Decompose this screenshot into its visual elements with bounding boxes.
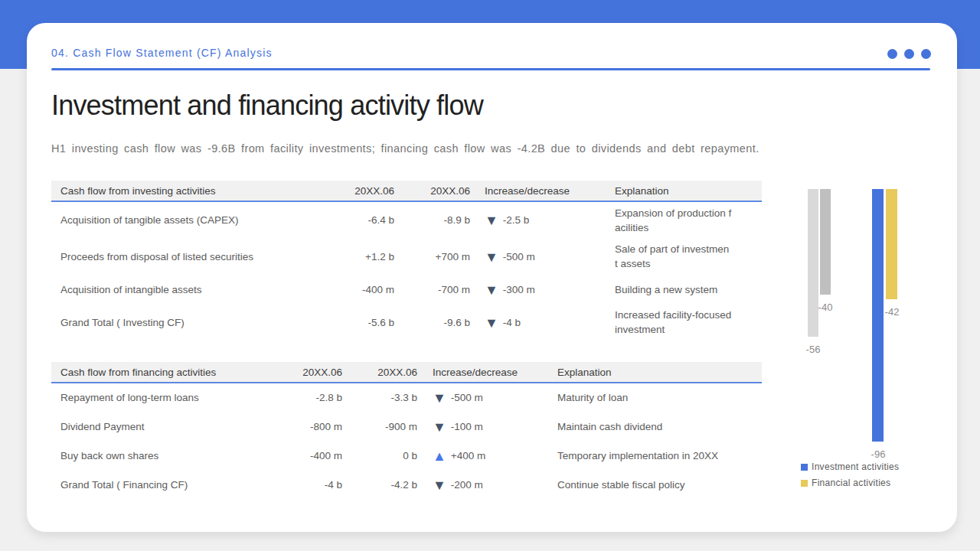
value-cell: -900 m	[342, 412, 417, 441]
explanation-cell: Continue stable fiscal policy	[557, 470, 762, 499]
value-cell: -400 m	[339, 275, 394, 304]
increase-decrease-cell: ▼-2.5 b	[470, 201, 615, 238]
column-header: 20XX.06	[339, 181, 394, 201]
legend-label: Investment activities	[812, 461, 899, 472]
column-header: Explanation	[615, 181, 762, 201]
triangle-down-icon: ▼	[485, 318, 498, 328]
bar-value-label: -40	[818, 302, 833, 313]
row-label: Grand Total ( Financing CF)	[51, 470, 283, 499]
value-cell: -800 m	[283, 412, 342, 441]
value-cell: 0 b	[342, 441, 417, 470]
delta-value: +400 m	[451, 450, 485, 461]
column-header: 20XX.06	[283, 362, 342, 383]
value-cell: -4 b	[283, 470, 342, 499]
value-cell: -400 m	[283, 441, 342, 470]
chart-legend: Investment activities Financial activiti…	[801, 461, 899, 488]
triangle-down-icon: ▼	[433, 422, 446, 432]
page-title: Investment and financing activity flow	[51, 90, 483, 122]
explanation-cell: Maintain cash dividend	[557, 412, 762, 441]
column-header: Increase/decrease	[417, 362, 557, 383]
increase-decrease-cell: ▼-300 m	[470, 275, 615, 304]
column-header: 20XX.06	[342, 362, 417, 383]
explanation-cell: Temporary implementation in 20XX	[557, 441, 762, 470]
value-cell: -3.3 b	[342, 383, 417, 412]
section-label: 04. Cash Flow Statement (CF) Analysis	[51, 47, 273, 59]
triangle-down-icon: ▼	[433, 393, 446, 403]
bar-investing-previous	[808, 189, 818, 337]
row-label: Acquisition of intangible assets	[51, 275, 339, 304]
table-row: Grand Total ( Financing CF) -4 b -4.2 b …	[51, 470, 762, 499]
explanation-cell: Expansion of production facilities	[615, 201, 762, 238]
column-header: Explanation	[557, 362, 762, 383]
explanation-cell: Maturity of loan	[557, 383, 762, 412]
financing-cash-flow-table: Cash flow from financing activities 20XX…	[51, 362, 762, 499]
table-row: Repayment of long-term loans -2.8 b -3.3…	[51, 383, 762, 412]
increase-decrease-cell: ▼-100 m	[417, 412, 557, 441]
value-cell: -700 m	[394, 275, 470, 304]
delta-value: -100 m	[451, 421, 483, 432]
delta-value: -200 m	[451, 479, 483, 491]
header-divider	[51, 68, 930, 70]
explanation-cell: Sale of part of investment assets	[615, 238, 762, 275]
page-subtitle: H1 investing cash flow was -9.6B from fa…	[51, 142, 760, 155]
value-cell: -2.8 b	[283, 383, 342, 412]
delta-value: -4 b	[503, 317, 521, 328]
delta-value: -500 m	[451, 392, 483, 403]
table-row: Acquisition of tangible assets (CAPEX) -…	[51, 201, 762, 238]
column-header: 20XX.06	[394, 181, 470, 201]
value-cell: +1.2 b	[339, 238, 394, 275]
table-row: Grand Total ( Investing CF) -5.6 b -9.6 …	[51, 304, 762, 341]
legend-item-investment: Investment activities	[801, 461, 899, 472]
legend-swatch-financial	[801, 480, 808, 487]
value-cell: -5.6 b	[339, 304, 394, 341]
row-label: Dividend Payment	[51, 412, 283, 441]
bar-value-label: -42	[885, 306, 900, 318]
row-label: Buy back own shares	[51, 441, 283, 470]
increase-decrease-cell: ▼-500 m	[470, 238, 615, 275]
value-cell: +700 m	[394, 238, 470, 275]
triangle-down-icon: ▼	[485, 253, 498, 262]
decorative-dots	[887, 49, 931, 59]
row-label: Acquisition of tangible assets (CAPEX)	[51, 201, 339, 238]
table-header-row: Cash flow from investing activities 20XX…	[51, 181, 762, 201]
delta-value: -300 m	[503, 284, 535, 295]
column-header: Cash flow from investing activities	[51, 181, 339, 201]
triangle-up-icon: ▲	[433, 452, 446, 461]
bar-financing-previous	[820, 189, 831, 295]
delta-value: -500 m	[503, 251, 535, 262]
cash-flow-bar-chart: -56 -40 -96 -42 Investment activities Fi…	[773, 189, 957, 526]
value-cell: -6.4 b	[339, 201, 394, 238]
dot-icon	[921, 49, 931, 59]
investing-cash-flow-table: Cash flow from investing activities 20XX…	[51, 181, 762, 341]
table-row: Buy back own shares -400 m 0 b ▲+400 m T…	[51, 441, 762, 470]
explanation-cell: Increased facility-focused investment	[615, 304, 762, 341]
bar-investing-current	[872, 189, 884, 442]
triangle-down-icon: ▼	[485, 285, 498, 295]
legend-item-financial: Financial activities	[801, 478, 899, 488]
table-row: Proceeds from disposal of listed securit…	[51, 238, 762, 275]
value-cell: -4.2 b	[342, 470, 417, 499]
table-row: Dividend Payment -800 m -900 m ▼-100 m M…	[51, 412, 762, 441]
row-label: Repayment of long-term loans	[51, 383, 283, 412]
triangle-down-icon: ▼	[485, 216, 498, 226]
triangle-down-icon: ▼	[433, 481, 446, 491]
legend-swatch-investment	[801, 464, 808, 471]
dot-icon	[887, 49, 897, 59]
row-label: Grand Total ( Investing CF)	[51, 304, 339, 341]
delta-value: -2.5 b	[503, 214, 530, 226]
table-header-row: Cash flow from financing activities 20XX…	[51, 362, 762, 383]
slide-card: 04. Cash Flow Statement (CF) Analysis In…	[27, 23, 957, 532]
increase-decrease-cell: ▼-500 m	[417, 383, 557, 412]
column-header: Increase/decrease	[470, 181, 615, 201]
value-cell: -8.9 b	[394, 201, 470, 238]
explanation-cell: Building a new system	[615, 275, 762, 304]
bar-financing-current	[886, 189, 897, 299]
increase-decrease-cell: ▲+400 m	[417, 441, 557, 470]
bar-value-label: -96	[871, 448, 886, 460]
table-row: Acquisition of intangible assets -400 m …	[51, 275, 762, 304]
row-label: Proceeds from disposal of listed securit…	[51, 238, 339, 275]
bar-value-label: -56	[806, 344, 821, 355]
dot-icon	[904, 49, 914, 59]
increase-decrease-cell: ▼-4 b	[470, 304, 615, 341]
increase-decrease-cell: ▼-200 m	[417, 470, 557, 499]
